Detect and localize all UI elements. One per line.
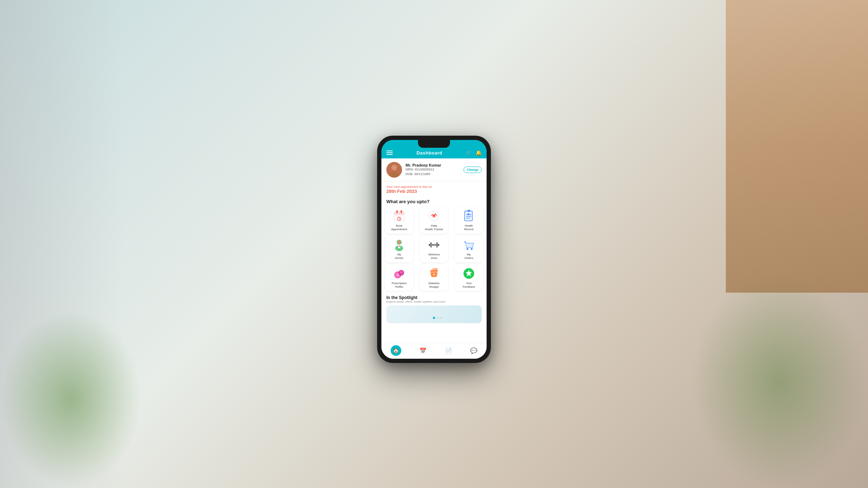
notch [418,140,450,148]
daily-health-tracker-icon [427,209,441,223]
grid-item-my-doctor[interactable]: MyDoctor [385,235,413,262]
diabetes-shoppe-label: DiabetesShoppe [428,282,440,289]
profile-mrn: MRN: 02120000012 [406,167,460,172]
grid-item-your-feedback[interactable]: YourFeedback [455,264,483,291]
book-appointment-icon [392,209,406,223]
svg-point-40 [433,273,435,276]
chat-nav-icon: 💬 [470,347,477,354]
profile-info: Mr. Pradeep Kumar MRN: 02120000012 DOB: … [406,163,460,176]
grid-item-my-orders[interactable]: MyOrders [455,235,483,262]
diabetes-shoppe-icon [427,267,441,280]
phone-wrapper: Dashboard 🛒 🔔 [377,136,491,363]
svg-rect-36 [396,273,399,276]
svg-point-23 [397,240,401,244]
svg-point-42 [433,317,435,319]
change-button[interactable]: Change [464,167,482,173]
prescription-refills-icon [392,267,406,280]
nav-home[interactable]: 🏠 [391,345,401,356]
wellness-zone-icon [427,238,441,251]
appointment-notice: Your next appointment is due on 28th Feb… [381,181,487,196]
my-orders-label: MyOrders [465,253,473,260]
grid-item-book-appointment[interactable]: BookAppointment [385,206,413,234]
quick-actions-heading: What are you upto? [381,196,487,206]
bottom-nav: 🏠 📅 📄 💬 [381,343,487,359]
grid-row-1: BookAppointment [385,206,483,234]
profile-section: Mr. Pradeep Kumar MRN: 02120000012 DOB: … [381,158,487,181]
svg-rect-30 [430,242,432,248]
svg-point-43 [437,317,438,319]
spotlight-section: In the Spotlight Explore deals, offers, … [381,292,487,325]
daily-health-tracker-label: DailyHealth Tracker [425,224,443,232]
svg-point-44 [440,317,442,319]
grid-item-health-record[interactable]: HealthRecord [455,206,483,234]
svg-rect-37 [400,271,402,273]
svg-point-13 [433,215,435,217]
svg-rect-15 [467,210,470,212]
grid-item-diabetes-shoppe[interactable]: DiabetesShoppe [420,264,448,291]
spotlight-card[interactable] [386,305,482,323]
grid-item-wellness-zone[interactable]: WellnessZone [420,235,448,262]
prescription-refills-label: PrescriptionRefills [392,282,407,289]
wellness-zone-label: WellnessZone [428,253,440,260]
app-title: Dashboard [417,150,442,156]
header-icons: 🛒 🔔 [466,150,482,156]
health-record-label: HealthRecord [464,224,473,232]
nav-records[interactable]: 📄 [445,347,452,354]
profile-dob: DOB: 30/11/1983 [406,172,460,177]
my-orders-icon [462,238,476,251]
grid-row-2: MyDoctor [385,235,483,262]
avatar [386,162,402,178]
cart-icon[interactable]: 🛒 [466,150,472,156]
bell-icon[interactable]: 🔔 [476,150,482,156]
spotlight-title: In the Spotlight [386,295,482,300]
svg-rect-31 [436,242,438,248]
hamburger-menu[interactable] [386,151,393,155]
svg-rect-5 [394,215,404,215]
svg-point-32 [467,248,468,250]
appointment-date: 28th Feb 2023 [386,189,482,194]
grid-item-daily-health-tracker[interactable]: DailyHealth Tracker [420,206,448,234]
grid-item-prescription-refills[interactable]: PrescriptionRefills [385,264,413,291]
my-doctor-icon [392,238,406,251]
calendar-nav-icon: 📅 [419,347,427,354]
home-icon: 🏠 [391,345,401,356]
phone-frame: Dashboard 🛒 🔔 [377,136,491,363]
scene: Dashboard 🛒 🔔 [0,0,868,488]
spotlight-subtitle: Explore deals, offers, health updates an… [386,300,482,303]
phone-screen: Dashboard 🛒 🔔 [381,140,487,359]
quick-actions-grid: BookAppointment [381,206,487,291]
nav-calendar[interactable]: 📅 [419,347,427,354]
svg-rect-6 [396,210,398,213]
svg-rect-14 [465,211,472,221]
content-area: Mr. Pradeep Kumar MRN: 02120000012 DOB: … [381,158,487,343]
svg-point-1 [391,165,397,170]
profile-name: Mr. Pradeep Kumar [406,163,460,167]
records-nav-icon: 📄 [445,347,452,354]
book-appointment-label: BookAppointment [391,224,407,232]
your-feedback-label: YourFeedback [462,282,475,289]
grid-row-3: PrescriptionRefills [385,264,483,291]
health-record-icon [462,209,476,223]
svg-point-33 [471,248,473,250]
nav-chat[interactable]: 💬 [470,347,477,354]
appointment-notice-line1: Your next appointment is due on [386,185,482,189]
my-doctor-label: MyDoctor [395,253,403,260]
your-feedback-icon [462,267,476,280]
svg-rect-7 [401,210,402,213]
